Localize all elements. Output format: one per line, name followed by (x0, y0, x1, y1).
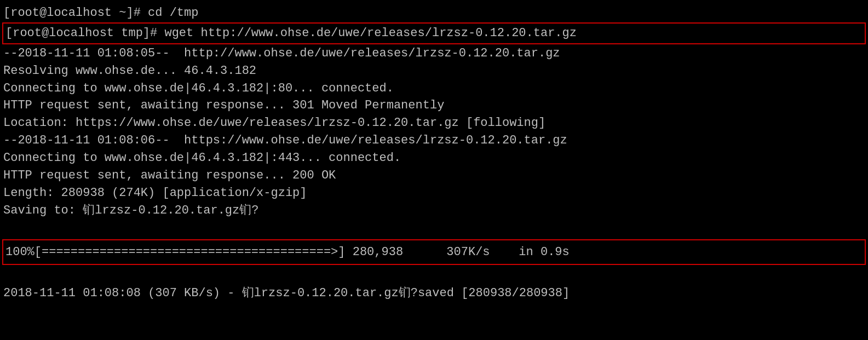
terminal-line: --2018-11-11 01:08:05-- http://www.ohse.… (2, 45, 866, 62)
terminal-line: HTTP request sent, awaiting response... … (2, 97, 866, 114)
progress-bar-line: 100%[===================================… (2, 239, 866, 266)
terminal-window: [root@localhost ~]# cd /tmp[root@localho… (2, 4, 866, 302)
terminal-line: Saving to: 钔lrzsz-0.12.20.tar.gz钔? (2, 202, 866, 220)
empty-line (2, 220, 866, 237)
terminal-line: Location: https://www.ohse.de/uwe/releas… (2, 114, 866, 132)
highlighted-command-line: [root@localhost tmp]# wget http://www.oh… (2, 22, 866, 44)
terminal-line: [root@localhost ~]# cd /tmp (2, 4, 866, 22)
terminal-line: --2018-11-11 01:08:06-- https://www.ohse… (2, 132, 866, 149)
terminal-line: HTTP request sent, awaiting response... … (2, 167, 866, 185)
terminal-line: Resolving www.ohse.de... 46.4.3.182 (2, 62, 866, 80)
terminal-line: Connecting to www.ohse.de|46.4.3.182|:44… (2, 149, 866, 167)
empty-line (2, 267, 866, 285)
terminal-line: Length: 280938 (274K) [application/x-gzi… (2, 185, 866, 202)
terminal-line: 2018-11-11 01:08:08 (307 KB/s) - 钔lrzsz-… (2, 285, 866, 302)
terminal-line: Connecting to www.ohse.de|46.4.3.182|:80… (2, 80, 866, 97)
